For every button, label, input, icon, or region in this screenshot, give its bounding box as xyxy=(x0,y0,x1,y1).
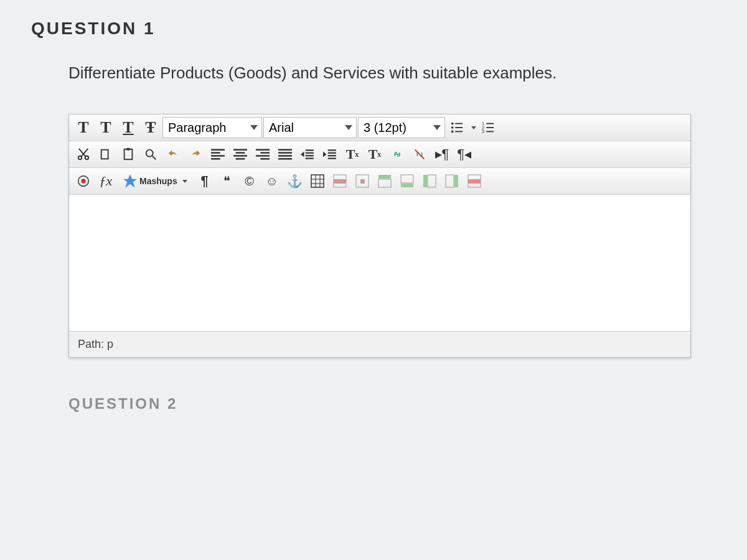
superscript-button[interactable]: Tx xyxy=(342,144,363,165)
svg-marker-50 xyxy=(123,174,137,188)
insert-row-above-button[interactable] xyxy=(374,170,395,192)
underline-button[interactable]: T xyxy=(118,117,139,138)
question-1-header: QUESTION 1 xyxy=(31,19,716,39)
superscript-x: x xyxy=(355,150,359,159)
svg-rect-62 xyxy=(401,175,413,183)
record-icon xyxy=(77,174,90,188)
svg-rect-33 xyxy=(278,149,292,150)
question-prompt: Differentiate Products (Goods) and Servi… xyxy=(68,63,716,83)
align-left-icon xyxy=(211,147,225,161)
insert-row-below-button[interactable] xyxy=(397,170,418,192)
paragraph-format-select[interactable]: Paragraph xyxy=(162,117,262,138)
svg-rect-63 xyxy=(401,184,413,187)
align-center-button[interactable] xyxy=(230,144,251,165)
svg-rect-45 xyxy=(328,155,336,156)
outdent-icon xyxy=(301,147,314,161)
svg-rect-61 xyxy=(378,175,391,179)
search-icon xyxy=(144,147,157,161)
indent-button[interactable] xyxy=(319,144,341,165)
insert-row-below-icon xyxy=(400,174,414,188)
table-cell-properties-button[interactable] xyxy=(352,170,373,192)
delete-row-button[interactable] xyxy=(464,170,485,192)
insert-col-left-button[interactable] xyxy=(419,170,440,192)
insert-emoticon-button[interactable]: ☺ xyxy=(261,170,283,192)
svg-marker-42 xyxy=(323,152,327,157)
svg-rect-46 xyxy=(328,158,336,159)
insert-col-right-button[interactable] xyxy=(441,170,463,192)
question-body: Differentiate Products (Goods) and Servi… xyxy=(31,63,716,413)
bullet-list-dropdown-icon[interactable] xyxy=(471,126,476,129)
redo-icon xyxy=(189,147,202,161)
svg-rect-40 xyxy=(306,155,314,156)
find-button[interactable] xyxy=(140,144,161,165)
mashups-button[interactable]: Mashups xyxy=(118,170,193,192)
svg-line-20 xyxy=(153,156,156,160)
svg-point-2 xyxy=(451,126,454,129)
font-size-select[interactable]: 3 (12pt) xyxy=(358,117,445,138)
svg-rect-64 xyxy=(428,175,436,187)
bold-button[interactable]: T xyxy=(73,117,94,138)
path-value[interactable]: p xyxy=(107,338,113,350)
svg-rect-11 xyxy=(486,131,494,133)
align-left-button[interactable] xyxy=(207,144,228,165)
direction-rtl-button[interactable]: ¶◂ xyxy=(454,144,475,165)
copy-button[interactable] xyxy=(95,144,116,165)
svg-rect-36 xyxy=(278,158,292,159)
table-cell-icon xyxy=(355,174,369,188)
direction-ltr-button[interactable]: ▸¶ xyxy=(431,144,453,165)
svg-rect-66 xyxy=(446,175,454,187)
svg-rect-17 xyxy=(125,149,133,160)
link-icon xyxy=(390,147,404,161)
subscript-x: x xyxy=(377,150,381,159)
remove-link-button[interactable] xyxy=(409,144,430,165)
rich-text-editor: T T T Ŧ Paragraph Arial 3 (12pt) 123 xyxy=(68,114,691,358)
insert-table-button[interactable] xyxy=(307,170,328,192)
insert-link-button[interactable] xyxy=(387,144,408,165)
svg-rect-1 xyxy=(455,123,463,124)
svg-rect-9 xyxy=(486,127,494,128)
italic-button[interactable]: T xyxy=(95,117,116,138)
insert-symbol-button[interactable]: © xyxy=(239,170,260,192)
svg-point-19 xyxy=(146,150,153,157)
insert-equation-button[interactable]: ƒx xyxy=(95,170,116,192)
mashups-icon xyxy=(123,174,137,188)
svg-rect-69 xyxy=(468,179,481,184)
svg-line-47 xyxy=(415,150,425,159)
align-justify-button[interactable] xyxy=(275,144,296,165)
subscript-button[interactable]: Tx xyxy=(364,144,385,165)
unlink-icon xyxy=(413,147,426,161)
svg-rect-5 xyxy=(455,131,463,133)
paste-button[interactable] xyxy=(118,144,139,165)
insert-anchor-button[interactable]: ⚓ xyxy=(284,170,306,192)
outdent-button[interactable] xyxy=(297,144,318,165)
mashups-label: Mashups xyxy=(139,176,177,186)
svg-rect-24 xyxy=(211,158,220,159)
bullet-list-button[interactable] xyxy=(446,117,467,138)
blockquote-button[interactable]: ❝ xyxy=(217,170,238,192)
svg-rect-57 xyxy=(334,179,346,184)
superscript-label: T xyxy=(346,146,355,162)
align-center-icon xyxy=(233,147,247,161)
bullet-list-icon xyxy=(450,121,464,134)
svg-rect-16 xyxy=(101,150,108,159)
mashups-dropdown-icon xyxy=(182,180,187,183)
svg-rect-60 xyxy=(378,179,391,187)
editor-content-area[interactable] xyxy=(69,195,690,332)
undo-icon xyxy=(166,147,180,161)
record-media-button[interactable] xyxy=(73,170,94,192)
cut-button[interactable] xyxy=(73,144,94,165)
svg-point-4 xyxy=(451,131,454,133)
svg-rect-27 xyxy=(233,155,247,156)
font-family-select[interactable]: Arial xyxy=(263,117,357,138)
subscript-label: T xyxy=(369,146,378,162)
svg-rect-22 xyxy=(211,152,220,153)
show-nonprinting-button[interactable]: ¶ xyxy=(194,170,215,192)
strikethrough-button[interactable]: Ŧ xyxy=(140,117,161,138)
table-row-properties-button[interactable] xyxy=(329,170,350,192)
align-right-button[interactable] xyxy=(252,144,273,165)
redo-button[interactable] xyxy=(185,144,206,165)
undo-button[interactable] xyxy=(162,144,184,165)
numbered-list-button[interactable]: 123 xyxy=(477,117,499,138)
svg-rect-35 xyxy=(278,155,292,156)
insert-row-above-icon xyxy=(378,174,392,188)
